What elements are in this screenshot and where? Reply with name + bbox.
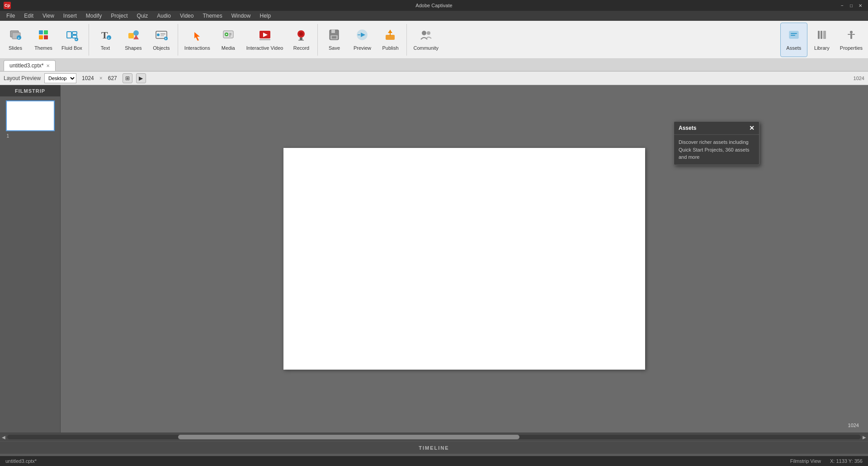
assets-popup-header: Assets ✕ [674,122,759,135]
toolbar-fluidbox[interactable]: + Fluid Box [58,23,86,57]
toolbar-themes[interactable]: Themes [30,23,57,57]
ruler-coordinate: 1024 [854,76,864,81]
toolbar-shapes[interactable]: Shapes [120,23,147,57]
menu-audio[interactable]: Audio [152,12,175,20]
svg-rect-41 [332,36,336,38]
slide-number-1: 1 [7,133,9,138]
interactive-video-label: Interactive Video [246,45,283,51]
menu-bar: File Edit View Insert Modify Project Qui… [0,11,868,21]
svg-rect-30 [229,36,231,37]
canvas-width-value: 1024 [80,75,96,81]
menu-window[interactable]: Window [227,12,255,20]
window-controls[interactable]: − □ ✕ [838,2,864,9]
tab-main[interactable]: untitled3.cptx* ✕ [4,60,56,71]
assets-label: Assets [786,45,801,51]
publish-icon [384,29,396,44]
preview-label: Preview [354,45,371,51]
menu-insert[interactable]: Insert [59,12,81,20]
objects-icon: + [155,29,168,44]
close-button[interactable]: ✕ [856,2,864,9]
svg-rect-37 [298,40,304,41]
library-icon [816,29,828,44]
sep4 [406,24,407,56]
svg-rect-8 [67,32,71,38]
svg-text:+: + [165,37,166,40]
title-bar: Cp Adobe Captivate − □ ✕ [0,0,868,11]
menu-modify[interactable]: Modify [81,12,106,20]
assets-popup-title: Assets [679,125,696,131]
interactions-icon [191,29,203,44]
toolbar-interactive-video[interactable]: Interactive Video [243,23,287,57]
toolbar-preview[interactable]: Preview [349,23,376,57]
svg-rect-9 [72,32,77,34]
svg-text:+: + [108,37,109,40]
objects-label: Objects [153,45,170,51]
sep2 [178,24,178,56]
main-content: FILMSTRIP 1 1024 Assets ✕ Discover riche… [0,85,868,433]
timeline-label: TIMELINE [0,441,868,454]
menu-quiz[interactable]: Quiz [132,12,153,20]
menu-project[interactable]: Project [106,12,132,20]
svg-rect-55 [850,33,852,39]
preview-icon [356,29,368,44]
tab-close-button[interactable]: ✕ [46,63,50,68]
svg-text:+: + [75,38,77,41]
toolbar-record[interactable]: Record [288,23,315,57]
scroll-left-button[interactable]: ◀ [2,435,5,440]
toolbar-save[interactable]: Save [321,23,348,57]
media-icon [222,29,235,44]
canvas-area: 1024 Assets ✕ Discover richer assets inc… [61,85,868,433]
menu-help[interactable]: Help [255,12,275,20]
svg-rect-51 [818,31,820,39]
svg-text:T: T [101,29,108,41]
fluidbox-label: Fluid Box [61,45,82,51]
assets-popup-close[interactable]: ✕ [749,124,755,132]
library-label: Library [814,45,830,51]
layout-preview-label: Layout Preview [4,75,41,81]
svg-rect-4 [39,30,43,34]
community-icon [420,29,432,44]
media-label: Media [222,45,235,51]
status-coordinates: X: 1133 Y: 356 [830,458,863,464]
svg-text:+: + [18,36,20,40]
svg-rect-21 [160,33,165,34]
svg-rect-36 [300,38,302,40]
scroll-right-button[interactable]: ▶ [863,435,866,440]
toolbar-interactions[interactable]: Interactions [181,23,214,57]
menu-themes[interactable]: Themes [198,12,226,20]
minimize-button[interactable]: − [838,2,846,9]
menu-video[interactable]: Video [175,12,198,20]
toolbar-slides[interactable]: + Slides [2,23,29,57]
menu-view[interactable]: View [38,12,59,20]
filmstrip-slide-1[interactable]: 1 [6,100,55,131]
toolbar-publish[interactable]: Publish [377,23,404,57]
toolbar-community[interactable]: Community [410,23,442,57]
scroll-track[interactable] [7,435,861,439]
slide-canvas[interactable] [283,148,645,370]
filmstrip-panel: FILMSTRIP 1 [0,85,61,433]
toolbar-objects[interactable]: + Objects [148,23,175,57]
toolbar-text[interactable]: T + Text [92,23,119,57]
interactive-video-icon [259,29,271,44]
layout-dropdown[interactable]: Desktop Tablet Mobile [44,73,76,83]
svg-point-20 [157,33,160,36]
toolbar-library[interactable]: Library [808,23,835,57]
toolbar: + Slides Themes + Fluid Box [0,21,868,59]
tab-bar: untitled3.cptx* ✕ [0,59,868,71]
toolbar-assets[interactable]: Assets [780,23,807,57]
fit-button[interactable]: ⊞ [123,73,132,83]
assets-icon [788,29,800,44]
app-title: Adobe Captivate [415,3,452,8]
play-button[interactable]: ▶ [136,73,146,83]
toolbar-properties[interactable]: Properties [836,23,866,57]
scroll-thumb[interactable] [178,435,519,439]
menu-file[interactable]: File [2,12,19,20]
maximize-button[interactable]: □ [847,2,855,9]
svg-rect-53 [823,31,826,39]
fluidbox-icon: + [66,29,78,44]
svg-rect-29 [229,34,231,35]
publish-label: Publish [382,45,398,51]
menu-edit[interactable]: Edit [19,12,38,20]
filmstrip-header: FILMSTRIP [0,85,60,97]
toolbar-media[interactable]: Media [215,23,242,57]
